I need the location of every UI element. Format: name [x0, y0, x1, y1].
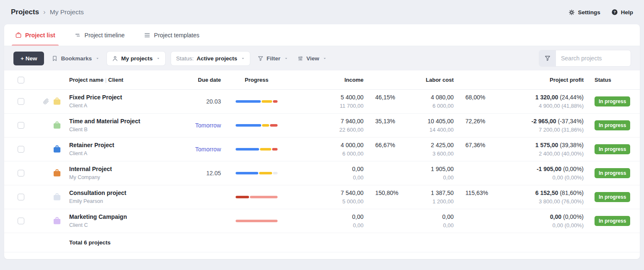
project-client: Client A [69, 102, 175, 109]
labor-percent: 67,36% [454, 141, 496, 158]
income-cell: 0,000,00 [292, 213, 364, 229]
briefcase-icon [15, 32, 22, 39]
tab-label: Project list [25, 32, 55, 39]
project-profit-cell: 1 575,00 (39,38%) 2 400,00 (40,00%) [496, 141, 584, 158]
due-date: Tomorrow [175, 146, 221, 153]
column-header-due: Due date [175, 77, 221, 83]
progress-bar [236, 100, 278, 103]
project-name[interactable]: Internal Project [69, 165, 175, 173]
tab-project-timeline[interactable]: Project timeline [75, 24, 125, 46]
project-briefcase-icon [52, 97, 62, 106]
breadcrumb: Projects › My Projects [11, 8, 84, 16]
income-cell: 7 940,0022 600,00 [292, 117, 364, 134]
project-name[interactable]: Consultation project [69, 189, 175, 197]
breadcrumb-root[interactable]: Projects [11, 8, 39, 16]
projects-card: Project list Project timeline Project te… [4, 24, 640, 259]
my-projects-dropdown[interactable]: My projects [107, 52, 165, 65]
table-row[interactable]: Fixed Price Project Client A 20.03 5 400… [4, 90, 640, 114]
table-header: Project name|Client Due date Progress In… [4, 70, 640, 90]
list-lines-icon [144, 32, 151, 39]
chevron-down-icon [323, 57, 327, 60]
row-checkbox[interactable] [18, 98, 24, 105]
tab-project-templates[interactable]: Project templates [144, 24, 199, 46]
project-client: Client C [69, 221, 175, 229]
chevron-down-icon [284, 57, 288, 60]
income-cell: 0,000,00 [292, 165, 364, 182]
labor-cost-cell: 0,000,00 [405, 213, 454, 229]
row-checkbox[interactable] [18, 146, 24, 153]
project-name[interactable]: Fixed Price Project [69, 93, 175, 101]
column-header-status: Status [584, 77, 630, 83]
filter-dropdown[interactable]: Filter [256, 52, 290, 65]
table-footer: Total 6 projects [4, 233, 640, 252]
breadcrumb-current: My Projects [50, 8, 84, 16]
labor-cost-cell: 1 387,501 200,00 [405, 189, 454, 205]
breadcrumb-separator-icon: › [43, 8, 46, 16]
new-project-button[interactable]: + New [13, 52, 44, 65]
help-icon [611, 9, 618, 16]
project-client: Client A [69, 150, 175, 157]
project-name[interactable]: Time and Material Project [69, 117, 175, 125]
gear-icon [569, 9, 575, 16]
settings-button[interactable]: Settings [569, 9, 600, 16]
table-row[interactable]: Marketing Campaign Client C 0,000,00 0,0… [4, 209, 640, 233]
status-badge: In progress [595, 120, 630, 130]
income-percent: 150,80% [364, 189, 405, 205]
labor-cost-cell: 4 080,006 000,00 [405, 93, 454, 110]
progress-bar [236, 124, 278, 127]
table-row[interactable]: Time and Material Project Client B Tomor… [4, 114, 640, 138]
labor-percent: 68,00% [454, 93, 496, 110]
column-header-labor: Labor cost [405, 77, 454, 83]
project-client: My Company [69, 174, 175, 181]
income-percent [364, 169, 405, 177]
status-prefix: Status: [176, 55, 194, 62]
row-checkbox[interactable] [18, 218, 24, 224]
search-filter-button[interactable] [539, 50, 556, 66]
due-date: Tomorrow [175, 122, 221, 129]
income-cell: 4 000,006 000,00 [292, 141, 364, 158]
income-cell: 5 400,0011 700,00 [292, 93, 364, 110]
project-name[interactable]: Retainer Project [69, 141, 175, 149]
row-checkbox[interactable] [18, 194, 24, 200]
table-row[interactable]: Retainer Project Client A Tomorrow 4 000… [4, 138, 640, 161]
funnel-icon [257, 55, 264, 62]
project-name[interactable]: Marketing Campaign [69, 213, 175, 221]
search-box [539, 50, 631, 66]
bookmarks-dropdown[interactable]: Bookmarks [50, 52, 101, 65]
row-checkbox[interactable] [18, 122, 24, 129]
labor-percent: 72,26% [454, 117, 496, 134]
funnel-icon [544, 55, 551, 62]
view-dropdown[interactable]: View [296, 52, 329, 65]
income-cell: 7 540,005 000,00 [292, 189, 364, 205]
timeline-icon [75, 32, 81, 39]
project-briefcase-icon [52, 121, 62, 130]
select-all-checkbox[interactable] [18, 77, 24, 83]
labor-percent [454, 217, 496, 225]
view-label: View [306, 55, 319, 62]
status-value: Active projects [197, 55, 237, 62]
table-body: Fixed Price Project Client A 20.03 5 400… [4, 90, 640, 233]
labor-cost-cell: 1 905,000,00 [405, 165, 454, 182]
row-checkbox[interactable] [18, 170, 24, 177]
due-date: 20.03 [175, 98, 221, 105]
status-filter-dropdown[interactable]: Status: Active projects [171, 52, 250, 65]
tab-label: Project templates [154, 32, 199, 39]
settings-label: Settings [578, 9, 600, 16]
status-badge: In progress [595, 192, 630, 202]
table-row[interactable]: Consultation project Emily Pearson 7 540… [4, 185, 640, 209]
project-briefcase-icon [52, 216, 62, 226]
table-row[interactable]: Internal Project My Company 12.05 0,000,… [4, 161, 640, 185]
tab-project-list[interactable]: Project list [15, 24, 55, 46]
bookmarks-label: Bookmarks [61, 55, 92, 62]
help-label: Help [621, 9, 633, 16]
filter-label: Filter [267, 55, 280, 62]
status-badge: In progress [595, 168, 630, 178]
my-projects-label: My projects [121, 55, 153, 62]
search-input[interactable] [556, 50, 631, 66]
labor-cost-cell: 2 425,003 600,00 [405, 141, 454, 158]
attachment-icon [43, 99, 49, 104]
help-button[interactable]: Help [611, 9, 633, 16]
column-header-profit: Project profit [496, 77, 584, 83]
status-badge: In progress [595, 216, 630, 226]
due-date: 12.05 [175, 170, 221, 177]
